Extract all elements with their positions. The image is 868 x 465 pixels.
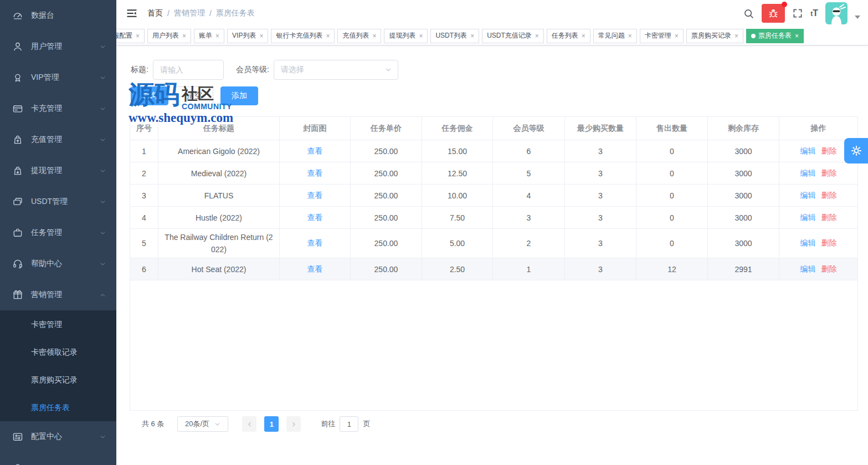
close-icon[interactable]: × [136,32,140,40]
tab-USDT充值记录[interactable]: USDT充值记录× [482,29,544,43]
tab-VIP列表[interactable]: VIP列表× [227,29,268,43]
tab-任务列表[interactable]: 任务列表× [547,29,590,43]
tab-用户列表[interactable]: 用户列表× [147,29,191,43]
close-icon[interactable]: × [259,32,263,40]
tab-USDT列表[interactable]: USDT列表× [430,29,479,43]
delete-link[interactable]: 删除 [821,213,837,223]
title-filter-input[interactable] [153,60,224,80]
level-filter-label: 会员等级: [236,65,269,75]
font-size-icon[interactable]: tT [810,8,818,18]
cell-sold: 12 [636,258,708,280]
page-size-select[interactable]: 20条/页 [177,416,228,432]
sidebar-item-label: 配置中心 [31,432,99,442]
close-icon[interactable]: × [182,32,186,40]
edit-link[interactable]: 编辑 [800,238,816,248]
view-link[interactable]: 查看 [307,264,323,274]
sidebar-item-label: USDT管理 [31,197,99,207]
close-icon[interactable]: × [372,32,376,40]
breadcrumb-item: 营销管理 [174,8,205,18]
avatar[interactable] [825,2,848,24]
cell-commission: 12.50 [422,162,493,185]
tab-常见问题[interactable]: 常见问题× [593,29,637,43]
edit-link[interactable]: 编辑 [800,264,816,274]
sidebar-subitem-票房任务表[interactable]: 票房任务表 [0,394,116,421]
sidebar-item-VIP管理[interactable]: VIP管理 [0,62,116,93]
tab-提现列表[interactable]: 提现列表× [384,29,428,43]
add-button[interactable]: 添加 [220,86,258,105]
sidebar-subitem-卡密管理[interactable]: 卡密管理 [0,310,116,338]
search-icon[interactable] [743,8,754,19]
goto-label: 前往 [321,419,335,429]
sidebar-item-卡充管理[interactable]: 卡充管理 [0,93,116,124]
close-icon[interactable]: × [215,32,219,40]
tab-账单[interactable]: 账单× [194,29,224,43]
delete-link[interactable]: 删除 [821,146,837,156]
close-icon[interactable]: × [735,32,738,40]
config-icon [12,431,23,442]
sidebar-item-任务管理[interactable]: 任务管理 [0,217,116,248]
column-header-0: 序号 [130,117,158,140]
sidebar-item-数据台[interactable]: 数据台 [0,0,116,31]
tabs-list: 客服配置×用户列表×账单×VIP列表×银行卡充值列表×充值列表×提现列表×USD… [116,29,804,43]
edit-link[interactable]: 编辑 [800,191,816,201]
next-page-button[interactable] [286,416,301,432]
close-icon[interactable]: × [628,32,632,40]
breadcrumb-home[interactable]: 首页 [147,8,163,18]
gift-icon [12,289,23,300]
sidebar-item-充值管理[interactable]: 充值管理 [0,124,116,155]
cell-price: 250.00 [351,207,422,229]
sidebar-item-partial[interactable] [0,452,116,465]
view-link[interactable]: 查看 [307,238,323,248]
sidebar-subitem-卡密领取记录[interactable]: 卡密领取记录 [0,338,116,366]
sidebar-item-营销管理[interactable]: 营销管理 [0,279,116,310]
view-link[interactable]: 查看 [307,213,323,223]
dropdown-caret-icon[interactable] [855,16,860,19]
gear-icon [850,144,863,157]
chevron-down-icon [99,198,106,206]
view-link[interactable]: 查看 [307,168,323,178]
clear-button[interactable]: 清空 [176,86,213,105]
close-icon[interactable]: × [675,32,679,40]
cell-actions: 编辑删除 [779,162,857,185]
level-filter-select[interactable]: 请选择 [274,60,398,80]
tab-卡密管理[interactable]: 卡密管理× [640,29,684,43]
sidebar-item-提现管理[interactable]: 提现管理 [0,155,116,186]
edit-link[interactable]: 编辑 [800,168,816,178]
close-icon[interactable]: × [419,32,423,40]
sidebar-item-帮助中心[interactable]: 帮助中心 [0,248,116,279]
goto-page-input[interactable] [340,416,358,432]
view-link[interactable]: 查看 [307,146,323,156]
page-number-1[interactable]: 1 [264,416,279,432]
close-icon[interactable]: × [326,32,330,40]
close-icon[interactable]: × [470,32,474,40]
delete-link[interactable]: 删除 [821,168,837,178]
tab-充值列表[interactable]: 充值列表× [337,29,381,43]
settings-panel-button[interactable] [844,138,868,163]
tab-票房购买记录[interactable]: 票房购买记录× [686,29,743,43]
sidebar-item-用户管理[interactable]: 用户管理 [0,31,116,62]
cell-cover: 查看 [280,258,351,280]
delete-link[interactable]: 删除 [821,264,837,274]
sidebar-item-USDT管理[interactable]: USDT管理 [0,186,116,217]
sidebar-item-配置中心[interactable]: 配置中心 [0,421,116,452]
tab-客服配置[interactable]: 客服配置× [116,29,145,43]
tab-票房任务表[interactable]: 票房任务表× [746,29,804,43]
cell-level: 6 [493,140,565,162]
edit-link[interactable]: 编辑 [800,213,816,223]
close-icon[interactable]: × [535,32,539,40]
edit-link[interactable]: 编辑 [800,146,816,156]
prev-page-button[interactable] [242,416,256,432]
delete-link[interactable]: 删除 [821,238,837,248]
bug-report-button[interactable] [762,4,785,23]
search-button[interactable]: 查询 [131,86,168,105]
close-icon[interactable]: × [582,32,585,40]
delete-link[interactable]: 删除 [821,191,837,201]
credit-card-icon [12,103,23,114]
sidebar-subitem-票房购买记录[interactable]: 票房购买记录 [0,366,116,394]
view-link[interactable]: 查看 [307,191,323,201]
fullscreen-icon[interactable] [792,8,803,19]
tab-银行卡充值列表[interactable]: 银行卡充值列表× [271,29,335,43]
close-icon[interactable]: × [795,32,799,40]
hamburger-icon[interactable] [126,8,137,19]
sidebar-menu: 数据台用户管理VIP管理卡充管理充值管理提现管理USDT管理任务管理帮助中心营销… [0,0,116,465]
